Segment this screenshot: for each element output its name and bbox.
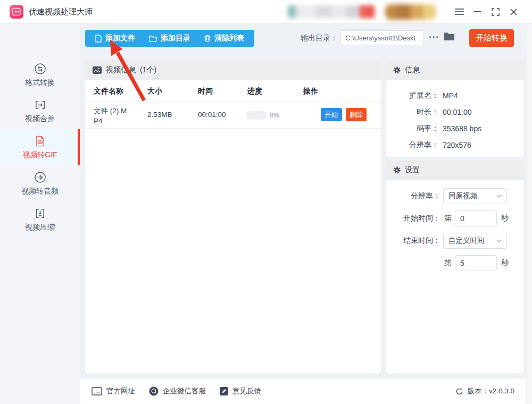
refresh-icon[interactable] <box>455 388 463 395</box>
sidebar: 格式转换 视频合并 GIF 视频转GIF 视频转音频 视频压缩 <box>0 24 80 404</box>
redacted-badge <box>385 4 436 20</box>
end-time-mode-dropdown[interactable]: 自定义时间 <box>443 233 507 249</box>
sidebar-item-label: 视频转音频 <box>21 187 59 196</box>
resolution-value: 720x576 <box>443 141 471 149</box>
svg-text:.com: .com <box>94 391 100 394</box>
video-merge-icon <box>34 99 46 111</box>
bitrate-value: 353688 bps <box>443 124 481 133</box>
redacted-account-info <box>288 5 375 18</box>
sidebar-item-video-merge[interactable]: 视频合并 <box>0 93 80 129</box>
settings-panel: 设置 分辨率： 同原视频 开始时间： 第 秒 结束时间： 自定义时间 第 <box>386 160 524 374</box>
video-to-audio-icon <box>34 171 46 183</box>
clear-list-button[interactable]: 清除列表 <box>197 30 251 47</box>
info-row-extension: 扩展名： MP4 <box>386 87 524 104</box>
sidebar-item-label: 视频压缩 <box>25 223 55 232</box>
settings-panel-header: 设置 <box>386 160 524 180</box>
setting-end-time-value: 第 秒 <box>386 255 524 271</box>
close-icon[interactable] <box>504 4 522 20</box>
svg-text:GIF: GIF <box>38 141 41 143</box>
info-row-resolution: 分辨率： 720x576 <box>386 137 524 153</box>
version-info: 版本：v2.0.3.0 <box>455 386 514 396</box>
extension-value: MP4 <box>443 91 458 100</box>
video-info-icon <box>93 66 102 74</box>
panel-title: 信息 <box>405 65 420 75</box>
app-title: 优速视频处理大师 <box>29 7 93 17</box>
column-time: 时间 <box>198 87 213 96</box>
file-duration: 00:01:00 <box>198 111 226 119</box>
column-progress: 进度 <box>247 87 262 96</box>
info-panel: 信息 扩展名： MP4 时长： 00:01:00 码率： 353688 bps … <box>386 60 524 157</box>
output-directory-label: 输出目录： <box>301 33 338 43</box>
panel-title: 设置 <box>405 165 420 175</box>
add-directory-button[interactable]: 添加目录 <box>142 30 197 47</box>
table-row: 文件 (2).MP4 2.53MB 00:01:00 0% 开始 删除 <box>85 102 381 129</box>
start-convert-button[interactable]: 开始转换 <box>469 29 514 47</box>
progress-bar <box>246 111 267 120</box>
sidebar-item-video-compress[interactable]: 视频压缩 <box>0 201 80 238</box>
folder-icon <box>149 35 157 42</box>
row-start-button[interactable]: 开始 <box>321 108 342 121</box>
section-title: 视频信息 <box>106 65 136 75</box>
toolbar-button-group: 添加文件 添加目录 清除列表 <box>85 30 254 47</box>
duration-value: 00:01:00 <box>443 108 472 116</box>
file-icon <box>95 35 102 43</box>
end-time-input[interactable] <box>455 255 497 271</box>
titlebar: 优速视频处理大师 <box>0 0 532 24</box>
sidebar-item-video-to-audio[interactable]: 视频转音频 <box>0 165 80 201</box>
setting-start-time: 开始时间： 第 秒 <box>386 211 524 226</box>
file-list-panel: 视频信息 (1个) 文件名称 大小 时间 进度 操作 文件 (2).MP4 2.… <box>85 60 381 374</box>
footer-bar: .com 官方网址 企业微信客服 意见反馈 版本：v2.0.3.0 <box>80 378 526 404</box>
file-size: 2.53MB <box>147 111 172 119</box>
website-icon: .com <box>92 387 102 395</box>
feedback-link[interactable]: 意见反馈 <box>220 386 261 396</box>
maximize-icon[interactable] <box>486 4 504 20</box>
feedback-icon <box>220 387 228 395</box>
file-list-header: 视频信息 (1个) <box>85 60 381 80</box>
menu-icon[interactable] <box>450 4 468 20</box>
trash-icon <box>204 35 211 42</box>
chevron-down-icon <box>496 239 502 242</box>
start-time-input[interactable] <box>455 211 497 226</box>
output-directory-input[interactable] <box>340 30 424 45</box>
file-count: (1个) <box>140 65 156 75</box>
column-actions: 操作 <box>303 87 318 96</box>
sidebar-item-video-to-gif[interactable]: GIF 视频转GIF <box>0 129 80 165</box>
file-name: 文件 (2).MP4 <box>94 106 130 126</box>
info-panel-header: 信息 <box>386 60 524 80</box>
row-delete-button[interactable]: 删除 <box>346 108 367 121</box>
official-website-link[interactable]: .com 官方网址 <box>92 386 135 396</box>
sidebar-item-label: 格式转换 <box>25 78 55 88</box>
progress-percent: 0% <box>270 112 279 119</box>
minimize-icon[interactable] <box>468 4 486 20</box>
sidebar-item-format-convert[interactable]: 格式转换 <box>0 57 80 93</box>
gear-icon <box>393 166 401 174</box>
column-filename: 文件名称 <box>94 87 123 96</box>
browse-more-button[interactable]: ··· <box>427 29 441 45</box>
resolution-dropdown[interactable]: 同原视频 <box>443 188 507 204</box>
wechat-support-link[interactable]: 企业微信客服 <box>149 386 206 396</box>
table-header-row: 文件名称 大小 时间 进度 操作 <box>85 80 381 102</box>
version-text: 版本：v2.0.3.0 <box>467 386 514 396</box>
sidebar-item-label: 视频转GIF <box>22 150 57 160</box>
gear-icon <box>393 66 401 74</box>
video-compress-icon <box>34 207 46 220</box>
sidebar-item-label: 视频合并 <box>25 114 55 124</box>
add-file-button[interactable]: 添加文件 <box>88 30 142 47</box>
column-size: 大小 <box>147 87 162 96</box>
info-row-bitrate: 码率： 353688 bps <box>386 120 524 137</box>
vertical-scrollbar[interactable] <box>526 24 532 404</box>
open-folder-icon[interactable] <box>444 32 455 41</box>
setting-resolution: 分辨率： 同原视频 <box>386 188 524 204</box>
wechat-service-icon <box>149 386 159 396</box>
video-to-gif-icon: GIF <box>34 135 46 147</box>
app-logo-icon <box>10 5 23 19</box>
format-convert-icon <box>34 63 46 75</box>
setting-end-time-mode: 结束时间： 自定义时间 <box>386 233 524 249</box>
info-row-duration: 时长： 00:01:00 <box>386 104 524 120</box>
chevron-down-icon <box>496 195 502 198</box>
